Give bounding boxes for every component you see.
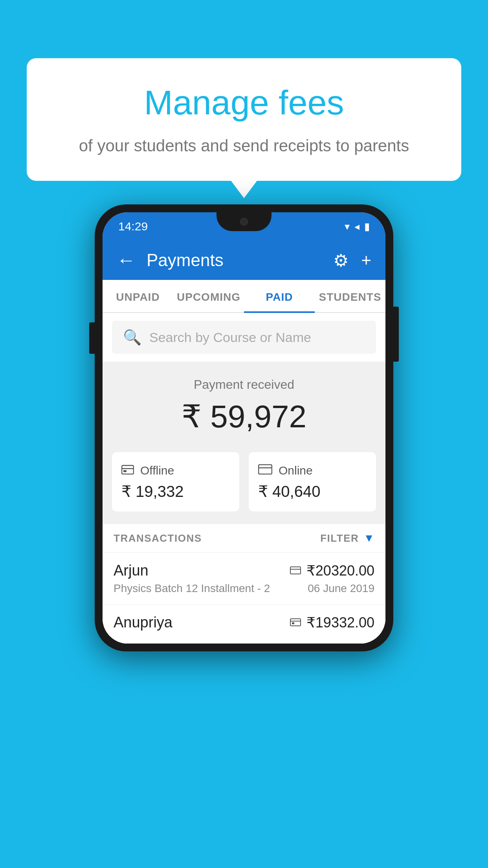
tab-bar: UNPAID UPCOMING PAID STUDENTS xyxy=(103,280,385,313)
svg-rect-9 xyxy=(292,622,294,624)
app-header: ← Payments ⚙ + xyxy=(103,241,385,280)
transactions-label: TRANSACTIONS xyxy=(114,532,202,544)
tab-unpaid[interactable]: UNPAID xyxy=(103,280,173,312)
tab-students[interactable]: STUDENTS xyxy=(315,280,385,312)
online-icon xyxy=(258,463,272,478)
filter-label: FILTER xyxy=(320,532,359,544)
svg-rect-2 xyxy=(123,470,127,472)
offline-label: Offline xyxy=(140,464,174,477)
search-placeholder: Search by Course or Name xyxy=(149,330,311,345)
svg-rect-5 xyxy=(290,567,301,574)
card-payment-icon xyxy=(290,565,301,577)
wifi-icon: ▾ xyxy=(345,221,350,233)
transaction-course: Physics Batch 12 Installment - 2 xyxy=(114,582,270,595)
notch xyxy=(216,212,272,231)
tab-upcoming[interactable]: UPCOMING xyxy=(173,280,244,312)
offline-icon xyxy=(121,463,134,478)
search-bar[interactable]: 🔍 Search by Course or Name xyxy=(112,321,376,354)
main-content: 🔍 Search by Course or Name Payment recei… xyxy=(103,313,385,644)
payment-received-section: Payment received ₹ 59,972 xyxy=(103,362,385,446)
online-label: Online xyxy=(279,464,313,477)
speech-bubble: Manage fees of your students and send re… xyxy=(27,58,461,181)
payment-label: Payment received xyxy=(103,377,385,392)
status-time: 14:29 xyxy=(118,220,148,233)
transaction-name: Arjun xyxy=(114,562,149,579)
phone-screen: 14:29 ▾ ◂ ▮ ← Payments ⚙ + UNPAID xyxy=(103,212,385,644)
page-title: Payments xyxy=(147,250,322,270)
filter-icon: ▼ xyxy=(363,532,374,544)
svg-rect-0 xyxy=(122,465,134,474)
signal-icon: ◂ xyxy=(354,221,360,233)
transaction-row[interactable]: Arjun ₹20320.00 Physics xyxy=(103,552,385,604)
online-amount: ₹ 40,640 xyxy=(258,482,367,500)
search-container: 🔍 Search by Course or Name xyxy=(103,313,385,362)
add-icon[interactable]: + xyxy=(361,250,371,270)
bubble-title: Manage fees xyxy=(58,82,430,123)
back-button[interactable]: ← xyxy=(117,251,136,270)
online-card: Online ₹ 40,640 xyxy=(249,452,376,511)
svg-rect-3 xyxy=(259,465,272,474)
svg-rect-7 xyxy=(290,619,301,626)
speech-bubble-container: Manage fees of your students and send re… xyxy=(27,58,461,181)
transaction-row[interactable]: Anupriya ₹19332.00 xyxy=(103,604,385,644)
payment-amount: ₹ 59,972 xyxy=(103,398,385,435)
tab-paid[interactable]: PAID xyxy=(244,280,315,312)
battery-icon: ▮ xyxy=(364,221,370,233)
cash-payment-icon xyxy=(290,616,301,629)
search-icon: 🔍 xyxy=(123,329,141,346)
header-actions: ⚙ + xyxy=(333,250,371,270)
phone-container: 14:29 ▾ ◂ ▮ ← Payments ⚙ + UNPAID xyxy=(95,204,393,651)
transaction-amount: ₹19332.00 xyxy=(306,614,374,631)
status-bar: 14:29 ▾ ◂ ▮ xyxy=(103,212,385,241)
status-icons: ▾ ◂ ▮ xyxy=(345,221,370,233)
transaction-date: 06 June 2019 xyxy=(308,582,374,595)
payment-cards: Offline ₹ 19,332 Online xyxy=(103,446,385,524)
transaction-amount: ₹20320.00 xyxy=(306,563,374,579)
settings-icon[interactable]: ⚙ xyxy=(333,250,349,270)
phone-outer: 14:29 ▾ ◂ ▮ ← Payments ⚙ + UNPAID xyxy=(95,204,393,651)
transactions-header: TRANSACTIONS FILTER ▼ xyxy=(103,524,385,552)
bubble-subtitle: of your students and send receipts to pa… xyxy=(58,134,430,158)
offline-card: Offline ₹ 19,332 xyxy=(112,452,239,511)
transaction-name: Anupriya xyxy=(114,614,172,631)
filter-area[interactable]: FILTER ▼ xyxy=(320,532,374,544)
camera xyxy=(240,218,248,226)
offline-amount: ₹ 19,332 xyxy=(121,482,230,500)
